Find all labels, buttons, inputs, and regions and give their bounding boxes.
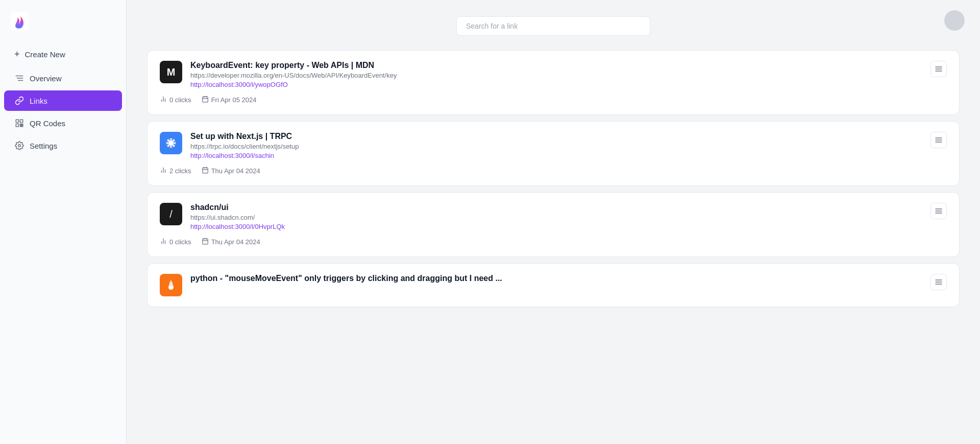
- link-card-header: python - "mouseMoveEvent" only triggers …: [160, 274, 947, 296]
- clicks-stat: 2 clicks: [160, 167, 191, 175]
- link-info: shadcn/ui https://ui.shadcn.com/ http://…: [190, 203, 922, 230]
- svg-rect-6: [16, 124, 18, 127]
- sidebar-item-links-label: Links: [30, 97, 47, 105]
- clicks-value: 0 clicks: [169, 96, 191, 104]
- link-favicon: [160, 132, 182, 154]
- clicks-stat: 0 clicks: [160, 238, 191, 246]
- favicon-letter: M: [167, 66, 176, 78]
- link-info: python - "mouseMoveEvent" only triggers …: [190, 274, 922, 285]
- link-short-url[interactable]: http://localhost:3000/l/sachin: [190, 152, 922, 159]
- link-menu-button[interactable]: [930, 132, 947, 148]
- svg-point-11: [18, 145, 21, 147]
- link-favicon: /: [160, 203, 182, 225]
- link-card: M KeyboardEvent: key property - Web APIs…: [147, 50, 960, 115]
- search-container: [147, 16, 960, 36]
- clicks-value: 2 clicks: [169, 167, 191, 175]
- link-card: / shadcn/ui https://ui.shadcn.com/ http:…: [147, 192, 960, 257]
- main-content: M KeyboardEvent: key property - Web APIs…: [127, 0, 980, 444]
- link-info: KeyboardEvent: key property - Web APIs |…: [190, 61, 922, 88]
- svg-rect-30: [202, 168, 208, 173]
- calendar-icon: [202, 96, 209, 104]
- link-favicon: M: [160, 61, 182, 83]
- date-value: Thu Apr 04 2024: [211, 238, 260, 246]
- link-original-url: https://developer.mozilla.org/en-US/docs…: [190, 72, 922, 79]
- sidebar-item-overview-label: Overview: [30, 74, 62, 83]
- sidebar-item-qr-codes-label: QR Codes: [30, 119, 65, 128]
- date-stat: Thu Apr 04 2024: [202, 167, 260, 175]
- svg-rect-40: [202, 239, 208, 244]
- svg-rect-10: [22, 126, 23, 127]
- date-stat: Thu Apr 04 2024: [202, 238, 260, 246]
- link-title: shadcn/ui: [190, 203, 922, 212]
- search-input[interactable]: [456, 16, 650, 36]
- clicks-stat: 0 clicks: [160, 96, 191, 104]
- link-card-footer: 2 clicks Thu Apr 04 2024: [160, 167, 947, 175]
- date-value: Thu Apr 04 2024: [211, 167, 260, 175]
- link-icon: [14, 96, 24, 106]
- sidebar-item-links[interactable]: Links: [4, 90, 122, 111]
- link-card-header: Set up with Next.js | TRPC https://trpc.…: [160, 132, 947, 159]
- link-card: Set up with Next.js | TRPC https://trpc.…: [147, 121, 960, 186]
- sidebar-item-settings[interactable]: Settings: [4, 135, 122, 156]
- date-value: Fri Apr 05 2024: [211, 96, 257, 104]
- link-original-url: https://trpc.io/docs/client/nextjs/setup: [190, 143, 922, 150]
- settings-icon: [14, 141, 24, 151]
- app-logo: [0, 8, 126, 41]
- link-title: KeyboardEvent: key property - Web APIs |…: [190, 61, 922, 70]
- bars-icon: [14, 73, 24, 83]
- link-menu-button[interactable]: [930, 274, 947, 290]
- sidebar: + Create New Overview Links: [0, 0, 127, 444]
- link-card-header: / shadcn/ui https://ui.shadcn.com/ http:…: [160, 203, 947, 230]
- clicks-value: 0 clicks: [169, 238, 191, 246]
- bar-chart-icon: [160, 167, 167, 175]
- date-stat: Fri Apr 05 2024: [202, 96, 257, 104]
- svg-rect-4: [16, 120, 18, 122]
- bar-chart-icon: [160, 238, 167, 246]
- avatar[interactable]: [944, 10, 965, 31]
- link-original-url: https://ui.shadcn.com/: [190, 214, 922, 221]
- favicon-letter: /: [169, 208, 173, 220]
- calendar-icon: [202, 167, 209, 175]
- create-new-button[interactable]: + Create New: [4, 43, 122, 66]
- sidebar-item-qr-codes[interactable]: QR Codes: [4, 113, 122, 133]
- link-card-footer: 0 clicks Fri Apr 05 2024: [160, 96, 947, 104]
- bar-chart-icon: [160, 96, 167, 104]
- svg-rect-7: [20, 124, 21, 125]
- links-list: M KeyboardEvent: key property - Web APIs…: [147, 50, 960, 307]
- qr-icon: [14, 118, 24, 128]
- svg-rect-8: [22, 124, 23, 125]
- link-info: Set up with Next.js | TRPC https://trpc.…: [190, 132, 922, 159]
- link-menu-button[interactable]: [930, 203, 947, 219]
- link-title: python - "mouseMoveEvent" only triggers …: [190, 274, 922, 283]
- svg-rect-18: [202, 97, 208, 102]
- svg-point-23: [169, 141, 173, 145]
- sidebar-item-settings-label: Settings: [30, 142, 57, 150]
- calendar-icon: [202, 238, 209, 246]
- plus-icon: +: [14, 49, 20, 60]
- link-short-url[interactable]: http://localhost:3000/l/0HvprLQk: [190, 223, 922, 230]
- link-title: Set up with Next.js | TRPC: [190, 132, 922, 141]
- svg-rect-9: [20, 126, 21, 127]
- svg-rect-5: [20, 120, 23, 122]
- link-card-header: M KeyboardEvent: key property - Web APIs…: [160, 61, 947, 88]
- link-card-partial: python - "mouseMoveEvent" only triggers …: [147, 263, 960, 307]
- link-card-footer: 0 clicks Thu Apr 04 2024: [160, 238, 947, 246]
- sidebar-item-overview[interactable]: Overview: [4, 68, 122, 88]
- create-new-label: Create New: [25, 50, 65, 59]
- link-menu-button[interactable]: [930, 61, 947, 77]
- link-favicon: [160, 274, 182, 296]
- link-short-url[interactable]: http://localhost:3000/l/ywopOGfO: [190, 81, 922, 88]
